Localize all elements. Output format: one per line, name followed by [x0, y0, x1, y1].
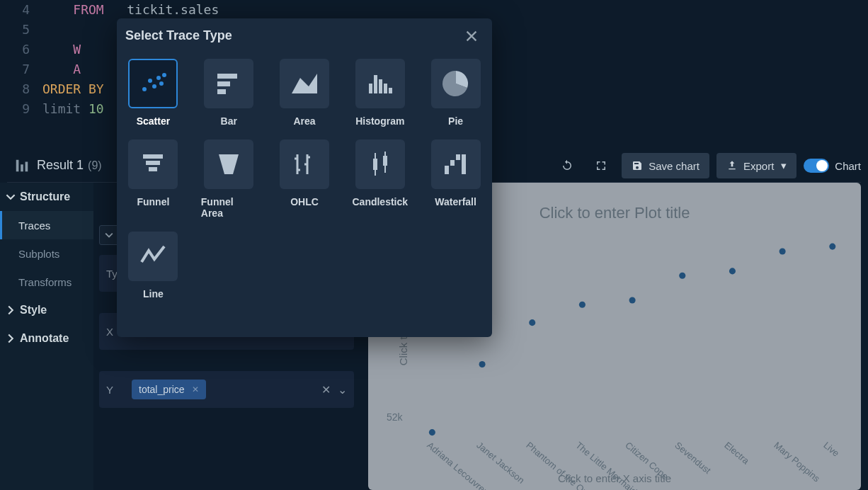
waterfall-icon [431, 139, 481, 189]
funnelarea-icon [204, 139, 253, 189]
pie-icon [431, 59, 481, 108]
svg-point-2 [529, 319, 535, 326]
trace-type-label: Waterfall [435, 196, 476, 207]
result-icon [14, 158, 30, 173]
trace-type-label: Candlestick [352, 196, 408, 207]
trace-type-line[interactable]: Line [125, 232, 181, 300]
trace-type-label: Funnel [137, 196, 169, 207]
chevron-down-icon [6, 192, 16, 202]
chevron-right-icon [6, 334, 16, 343]
trace-type-histogram[interactable]: Histogram [352, 59, 408, 127]
svg-rect-30 [445, 166, 449, 174]
y-row[interactable]: Y total_price ✕ ✕ ⌄ [99, 371, 354, 408]
ohlc-icon [280, 139, 329, 189]
sidebar-section-annotate[interactable]: Annotate [0, 324, 93, 353]
trace-type-pie[interactable]: Pie [428, 59, 484, 127]
svg-point-14 [162, 73, 166, 77]
svg-point-8 [829, 244, 835, 250]
chart-toggle-label: Chart [835, 160, 861, 172]
svg-point-1 [479, 361, 486, 368]
trace-type-candlestick[interactable]: Candlestick [352, 139, 408, 219]
area-icon [280, 59, 329, 108]
svg-rect-31 [450, 160, 455, 166]
svg-point-7 [780, 249, 786, 255]
svg-rect-18 [369, 84, 372, 93]
y-tick: 52k [387, 411, 403, 423]
sidebar: StructureTracesSubplotsTransformsStyleAn… [0, 183, 93, 490]
expand-button[interactable] [588, 153, 615, 178]
remove-tag-icon[interactable]: ✕ [192, 384, 199, 394]
svg-point-5 [679, 273, 685, 279]
line-icon [128, 232, 178, 281]
sidebar-item-subplots[interactable]: Subplots [0, 239, 93, 268]
trace-type-scatter[interactable]: Scatter [125, 59, 181, 127]
chevron-down-icon[interactable]: ⌄ [338, 383, 347, 397]
svg-rect-20 [379, 79, 382, 93]
svg-point-4 [629, 297, 636, 303]
svg-point-13 [159, 81, 164, 86]
chart-toggle[interactable] [804, 159, 829, 173]
svg-rect-22 [389, 88, 392, 93]
scatter-icon [128, 59, 178, 108]
svg-point-3 [579, 302, 586, 308]
x-tick: Sevendust [673, 440, 713, 476]
trace-type-bar[interactable]: Bar [201, 59, 257, 127]
svg-point-0 [429, 429, 435, 435]
svg-rect-19 [374, 75, 377, 93]
close-button[interactable] [464, 28, 482, 47]
candlestick-icon [355, 139, 405, 189]
sidebar-item-traces[interactable]: Traces [0, 211, 93, 239]
svg-point-10 [148, 79, 152, 83]
trace-type-label: Funnel Area [201, 196, 257, 219]
result-count: (9) [88, 159, 102, 172]
svg-rect-32 [456, 154, 460, 160]
trace-type-funnel[interactable]: Funnel [125, 139, 181, 219]
svg-point-12 [156, 76, 161, 80]
trace-type-modal: Select Trace Type ScatterBarAreaHistogra… [117, 18, 492, 337]
svg-point-11 [152, 84, 156, 89]
trace-type-grid: ScatterBarAreaHistogramPieFunnelFunnel A… [125, 59, 484, 300]
trace-type-waterfall[interactable]: Waterfall [428, 139, 484, 219]
trace-type-label: Histogram [355, 115, 404, 127]
trace-type-label: Scatter [137, 115, 170, 127]
bar-icon [204, 59, 253, 108]
funnel-icon [128, 139, 178, 189]
svg-point-9 [142, 87, 147, 91]
chevron-right-icon [6, 305, 16, 315]
x-tick: Electra [722, 440, 751, 467]
sidebar-section-style[interactable]: Style [0, 296, 93, 324]
trace-type-ohlc[interactable]: OHLC [277, 139, 333, 219]
svg-rect-21 [384, 84, 387, 93]
save-chart-button[interactable]: Save chart [622, 153, 709, 178]
trace-type-area[interactable]: Area [277, 59, 333, 127]
y-axis-label: Y [106, 384, 132, 396]
svg-rect-24 [146, 161, 160, 165]
svg-rect-23 [143, 154, 163, 159]
clear-icon[interactable]: ✕ [321, 383, 331, 397]
svg-rect-17 [217, 89, 226, 94]
trace-type-label: Pie [448, 115, 463, 127]
modal-title: Select Trace Type [125, 28, 484, 43]
trace-type-label: Area [293, 115, 315, 127]
sidebar-section-structure[interactable]: Structure [0, 183, 93, 211]
trace-type-label: Line [143, 288, 164, 300]
svg-point-6 [729, 268, 736, 274]
x-tick: Live [821, 440, 841, 459]
export-label: Export [743, 160, 774, 172]
histogram-icon [355, 59, 405, 108]
svg-rect-15 [217, 74, 237, 79]
export-button[interactable]: Export ▾ [716, 153, 796, 178]
y-field-tag-text: total_price [139, 384, 185, 395]
svg-rect-33 [462, 154, 466, 174]
sidebar-item-transforms[interactable]: Transforms [0, 268, 93, 296]
chevron-down-icon[interactable] [99, 225, 119, 245]
trace-type-label: OHLC [290, 196, 319, 207]
chevron-down-icon: ▾ [781, 159, 787, 172]
refresh-button[interactable] [554, 153, 581, 178]
svg-rect-25 [149, 167, 157, 171]
svg-rect-16 [217, 81, 230, 86]
y-field-tag[interactable]: total_price ✕ [132, 380, 206, 399]
trace-type-label: Bar [221, 115, 237, 127]
result-tab-label[interactable]: Result 1 [37, 158, 84, 173]
trace-type-funnelarea[interactable]: Funnel Area [201, 139, 257, 219]
